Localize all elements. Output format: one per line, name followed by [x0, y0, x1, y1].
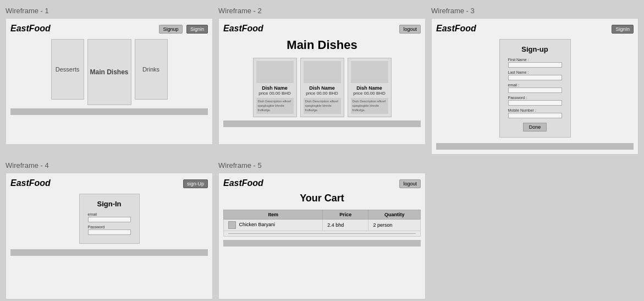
wf4-field-email-input[interactable] [88, 217, 131, 222]
wf3-header: EastFood SignIn [436, 23, 634, 34]
wf1-maindishes-card[interactable]: Main Dishes [87, 39, 131, 105]
wf3-field-password-label: Password : [508, 96, 562, 100]
wf3-signin-btn[interactable]: SignIn [612, 25, 634, 34]
wf4-logo: EastFood [10, 178, 51, 188]
wf2-logo: EastFood [223, 24, 263, 34]
wf5-header: EastFood logout [223, 178, 421, 188]
wf3-field-email-input[interactable] [508, 87, 562, 93]
wf2-dish-3-price: price 00.00 BHD [351, 91, 388, 96]
wf1-maindishes-label: Main Dishes [90, 68, 128, 76]
wf5-logo: EastFood [223, 178, 263, 188]
wf5-footer [223, 240, 421, 247]
wf1-buttons: Signup Signin [157, 23, 208, 34]
wf4-buttons: sign-Up [181, 178, 208, 188]
wf3-field-mobile-label: Mobile Number : [508, 108, 562, 112]
wireframe-3-box: EastFood SignIn Sign-up First Name : Las… [431, 18, 639, 155]
wf3-field-firstname-label: First Name : [508, 58, 562, 62]
wf2-dish-3-name: Dish Name [351, 85, 388, 91]
wf4-footer [10, 249, 208, 256]
wireframe-1: Wireframe - 1 EastFood Signup Signin Des… [5, 6, 213, 155]
wf2-dish-2[interactable]: Dish Name price 00.00 BHD Dish Descripti… [300, 58, 344, 117]
wf2-dish-1[interactable]: Dish Name price 00.00 BHD Dish Descripti… [253, 58, 297, 117]
wireframe-5: Wireframe - 5 EastFood logout Your Cart … [218, 160, 426, 299]
wf2-dish-2-desc-box: Dish Description efkref spegksgkle bhrsf… [304, 98, 341, 114]
wf1-desserts-label: Desserts [56, 66, 79, 73]
wf2-dish-3[interactable]: Dish Name price 00.00 BHD Dish Descripti… [348, 58, 392, 117]
wireframe-3: Wireframe - 3 EastFood SignIn Sign-up Fi… [431, 6, 639, 155]
wf5-title: Your Cart [223, 193, 421, 204]
wf4-field-email-label: email [88, 212, 131, 216]
wf2-dish-1-desc-box: Dish Description efkref spegksgkle bhrsf… [256, 98, 294, 114]
wf3-logo: EastFood [436, 24, 476, 34]
wf1-drinks-card[interactable]: Drinks [135, 39, 168, 100]
wireframe-4-label: Wireframe - 4 [5, 160, 213, 171]
wireframe-1-label: Wireframe - 1 [5, 6, 213, 16]
table-row: Chicken Baryani 2.4 bhd 2 person [224, 220, 421, 231]
wf1-desserts-card[interactable]: Desserts [51, 39, 84, 100]
wf2-dish-3-img [351, 61, 388, 83]
wf4-form-title: Sign-In [88, 200, 131, 208]
wf1-header: EastFood Signup Signin [10, 23, 208, 34]
wireframe-3-label: Wireframe - 3 [431, 6, 639, 16]
wf2-footer [223, 121, 421, 127]
wf3-field-lastname-label: Last Name : [508, 70, 562, 74]
wf2-dishes: Dish Name price 00.00 BHD Dish Descripti… [223, 58, 421, 117]
wf5-col-quantity: Quantity [368, 210, 421, 220]
wf2-dish-1-price: price 00.00 BHD [256, 91, 294, 96]
wf5-row1-price: 2.4 bhd [323, 220, 368, 231]
wf5-col-item: Item [224, 210, 323, 220]
wf3-field-email-label: email : [508, 83, 562, 87]
wf3-field-lastname-input[interactable] [508, 75, 562, 80]
wf4-signup-btn[interactable]: sign-Up [183, 179, 208, 188]
wf5-item-img [228, 221, 236, 229]
wf5-buttons: logout [398, 178, 421, 188]
wf2-dish-1-desc: Dish Description efkref spegksgkle bhrsf… [258, 100, 292, 112]
wireframe-5-box: EastFood logout Your Cart Item Price Qua… [218, 173, 426, 299]
wf3-buttons: SignIn [610, 23, 634, 34]
wf5-col-price: Price [323, 210, 368, 220]
wf3-form-title: Sign-up [508, 45, 562, 53]
wf2-dish-2-name: Dish Name [304, 85, 341, 91]
wireframe-2-box: EastFood logout Main Dishes Dish Name pr… [218, 18, 426, 145]
wf1-signup-btn[interactable]: Signup [159, 25, 182, 34]
wf5-logout-btn[interactable]: logout [399, 179, 421, 188]
wf3-form: Sign-up First Name : Last Name : email :… [499, 39, 571, 138]
wf1-signin-btn[interactable]: Signin [186, 25, 208, 34]
wf4-header: EastFood sign-Up [10, 178, 208, 188]
wireframe-2: Wireframe - 2 EastFood logout Main Dishe… [218, 6, 426, 155]
wf5-row1-item: Chicken Baryani [224, 220, 323, 231]
wf2-header: EastFood logout [223, 23, 421, 34]
wf2-dish-1-name: Dish Name [256, 85, 294, 91]
wf2-logout-btn[interactable]: logout [399, 25, 421, 34]
wf1-logo: EastFood [10, 24, 51, 34]
wf2-dish-3-desc: Dish Description efkref spegksgkle bhrsf… [353, 100, 387, 112]
wf4-field-password-label: Password [88, 225, 131, 229]
wf4-field-password-input[interactable] [88, 229, 131, 235]
wf3-done-btn[interactable]: Done [523, 123, 547, 132]
wf2-dish-3-desc-box: Dish Description efkref spegksgkle bhrsf… [351, 98, 388, 114]
wireframe-4-box: EastFood sign-Up Sign-In email Password [5, 173, 213, 299]
wf3-field-firstname-input[interactable] [508, 62, 562, 68]
wf4-form: Sign-In email Password [79, 194, 140, 244]
wf2-title: Main Dishes [223, 38, 421, 52]
wireframe-5-label: Wireframe - 5 [218, 160, 426, 171]
wf5-item-name: Chicken Baryani [239, 222, 276, 227]
wf3-field-password-input[interactable] [508, 100, 562, 106]
wireframe-2-label: Wireframe - 2 [218, 6, 426, 16]
wf2-dish-1-img [256, 61, 294, 83]
wf2-dish-2-price: price 00.00 BHD [304, 91, 341, 96]
wireframe-4: Wireframe - 4 EastFood sign-Up Sign-In e… [5, 160, 213, 299]
wf1-footer [10, 108, 208, 115]
wf5-separator-row [224, 231, 421, 237]
wf2-dish-2-desc: Dish Description efkref spegksgkle bhrsf… [305, 100, 339, 112]
wf2-buttons: logout [398, 23, 421, 34]
wf1-drinks-label: Drinks [142, 66, 159, 73]
wf5-cart-table: Item Price Quantity Chicken Baryani 2.4 … [223, 210, 421, 237]
wf3-field-mobile-input[interactable] [508, 113, 562, 118]
wf2-dish-2-img [304, 61, 341, 83]
wf3-footer [436, 143, 634, 150]
wf1-nav: Desserts Main Dishes Drinks [10, 39, 208, 105]
wf5-row1-quantity: 2 person [368, 220, 421, 231]
wireframe-1-box: EastFood Signup Signin Desserts Main Dis… [5, 18, 213, 145]
